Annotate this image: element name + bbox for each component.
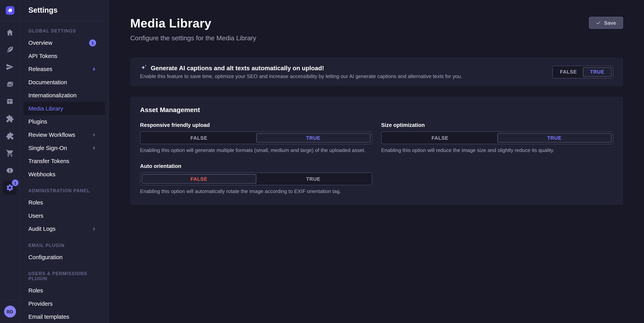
app-window: 1 RD Settings GLOBAL SETTINGS Overview 1… bbox=[0, 0, 644, 323]
sidebar-item-documentation[interactable]: Documentation bbox=[23, 76, 105, 89]
section-heading: ADMINISTRATION PANEL bbox=[23, 185, 105, 196]
paper-plane-icon bbox=[6, 63, 14, 71]
sidebar-item-label: Media Library bbox=[28, 105, 63, 112]
info-icon bbox=[6, 166, 14, 174]
banner-title: Generate AI captions and alt texts autom… bbox=[151, 64, 324, 72]
sidebar-item-providers[interactable]: Providers bbox=[23, 297, 105, 310]
purchase-nav-button[interactable] bbox=[1, 144, 18, 162]
sidebar-item-admin-roles[interactable]: Roles bbox=[23, 196, 105, 209]
field-label: Size optimization bbox=[381, 122, 613, 128]
sidebar-item-review-workflows[interactable]: Review Workflows bbox=[23, 128, 105, 142]
icon-sidebar: 1 RD bbox=[0, 0, 20, 323]
sidebar-item-label: Plugins bbox=[28, 118, 47, 125]
field-label: Responsive friendly upload bbox=[140, 122, 372, 128]
sidebar-item-admin-users[interactable]: Users bbox=[23, 209, 105, 222]
sidebar-item-label: Documentation bbox=[28, 79, 67, 86]
auto-orientation-toggle-true[interactable]: TRUE bbox=[256, 174, 370, 184]
sidebar-item-label: Roles bbox=[28, 287, 43, 294]
content-manager-nav-button[interactable] bbox=[1, 41, 18, 58]
auto-orientation-toggle-false[interactable]: FALSE bbox=[142, 174, 256, 184]
size-optimization-toggle-true[interactable]: TRUE bbox=[497, 133, 612, 143]
sparkle-icon bbox=[140, 64, 147, 72]
responsive-upload-toggle: FALSE TRUE bbox=[140, 132, 372, 144]
info-nav-button[interactable] bbox=[1, 162, 18, 179]
sidebar-item-releases[interactable]: Releases bbox=[23, 62, 105, 76]
section-users-permissions-plugin: USERS & PERMISSIONS PLUGIN Roles Provide… bbox=[23, 268, 105, 323]
banner-title-row: Generate AI captions and alt texts autom… bbox=[140, 64, 462, 72]
settings-nav: GLOBAL SETTINGS Overview 1 API Tokens Re… bbox=[20, 21, 108, 323]
auto-orientation-toggle: FALSE TRUE bbox=[140, 172, 372, 185]
sidebar-item-label: Overview bbox=[28, 40, 52, 46]
notification-badge: 1 bbox=[89, 39, 96, 46]
media-images-icon bbox=[6, 80, 14, 88]
page-subtitle: Configure the settings for the Media Lib… bbox=[130, 34, 256, 42]
asset-management-card: Asset Management Responsive friendly upl… bbox=[130, 96, 623, 205]
home-icon bbox=[6, 28, 14, 36]
home-nav-button[interactable] bbox=[1, 24, 18, 41]
page-header: Media Library Configure the settings for… bbox=[130, 16, 623, 42]
lightning-icon bbox=[92, 145, 97, 150]
releases-nav-button[interactable] bbox=[1, 58, 18, 76]
sidebar-item-label: Users bbox=[28, 212, 44, 219]
content-type-builder-nav-button[interactable] bbox=[1, 93, 18, 110]
section-heading: USERS & PERMISSIONS PLUGIN bbox=[23, 268, 105, 284]
responsive-upload-toggle-false[interactable]: FALSE bbox=[142, 133, 256, 143]
icon-rail-nav: 1 bbox=[0, 22, 20, 196]
sidebar-item-transfer-tokens[interactable]: Transfer Tokens bbox=[23, 154, 105, 168]
sidebar-title: Settings bbox=[20, 0, 108, 21]
user-avatar[interactable]: RD bbox=[4, 306, 16, 318]
marketplace-nav-button[interactable] bbox=[1, 127, 18, 144]
sidebar-item-label: Single Sign-On bbox=[28, 144, 67, 151]
check-icon bbox=[596, 20, 601, 25]
sidebar-item-label: Review Workflows bbox=[28, 132, 75, 138]
size-optimization-toggle: FALSE TRUE bbox=[381, 132, 613, 144]
lightning-icon bbox=[92, 132, 97, 137]
sidebar-item-internationalization[interactable]: Internationalization bbox=[23, 89, 105, 102]
section-email-plugin: EMAIL PLUGIN Configuration bbox=[23, 240, 105, 264]
save-button[interactable]: Save bbox=[589, 17, 623, 29]
page-header-text: Media Library Configure the settings for… bbox=[130, 16, 256, 42]
field-label: Auto orientation bbox=[140, 163, 372, 169]
settings-nav-button[interactable]: 1 bbox=[1, 179, 18, 196]
logo-cell bbox=[0, 0, 20, 22]
sidebar-item-webhooks[interactable]: Webhooks bbox=[23, 168, 105, 181]
media-library-nav-button[interactable] bbox=[1, 76, 18, 93]
sidebar-item-email-templates[interactable]: Email templates bbox=[23, 310, 105, 323]
ai-caption-toggle-false[interactable]: FALSE bbox=[554, 67, 583, 77]
sidebar-item-label: Email templates bbox=[28, 314, 69, 320]
lightning-icon bbox=[92, 226, 97, 231]
sidebar-item-plugins[interactable]: Plugins bbox=[23, 115, 105, 128]
sidebar-item-label: Releases bbox=[28, 66, 52, 72]
sidebar-item-overview[interactable]: Overview 1 bbox=[23, 36, 105, 50]
sidebar-item-label: API Tokens bbox=[28, 52, 58, 59]
sidebar-item-label: Roles bbox=[28, 199, 43, 206]
sidebar-item-label: Providers bbox=[28, 300, 53, 307]
field-hint: Enabling this option will reduce the ima… bbox=[381, 148, 613, 153]
field-hint: Enabling this option will generate multi… bbox=[140, 148, 372, 153]
ai-caption-banner: Generate AI captions and alt texts autom… bbox=[130, 58, 623, 86]
sidebar-item-label: Internationalization bbox=[28, 92, 77, 99]
plugins-nav-button[interactable] bbox=[1, 110, 18, 128]
banner-description: Enable this feature to save time, optimi… bbox=[140, 74, 462, 80]
field-auto-orientation: Auto orientation FALSE TRUE Enabling thi… bbox=[140, 163, 372, 194]
cart-icon bbox=[6, 149, 14, 157]
ai-caption-toggle: FALSE TRUE bbox=[552, 66, 613, 78]
asset-management-fields: Responsive friendly upload FALSE TRUE En… bbox=[140, 122, 613, 194]
sidebar-item-media-library[interactable]: Media Library bbox=[23, 102, 105, 115]
asset-management-title: Asset Management bbox=[140, 106, 613, 114]
strapi-logo-icon[interactable] bbox=[6, 6, 14, 15]
section-global-settings: GLOBAL SETTINGS Overview 1 API Tokens Re… bbox=[23, 25, 105, 181]
sidebar-item-up-roles[interactable]: Roles bbox=[23, 284, 105, 297]
page-title: Media Library bbox=[130, 16, 256, 30]
responsive-upload-toggle-true[interactable]: TRUE bbox=[256, 133, 370, 143]
section-administration-panel: ADMINISTRATION PANEL Roles Users Audit L… bbox=[23, 185, 105, 236]
settings-notification-badge: 1 bbox=[12, 180, 18, 186]
ai-caption-toggle-true[interactable]: TRUE bbox=[583, 67, 612, 77]
sidebar-item-label: Configuration bbox=[28, 254, 63, 260]
sidebar-item-audit-logs[interactable]: Audit Logs bbox=[23, 222, 105, 236]
puzzle-icon bbox=[6, 114, 14, 123]
sidebar-item-single-sign-on[interactable]: Single Sign-On bbox=[23, 141, 105, 154]
size-optimization-toggle-false[interactable]: FALSE bbox=[383, 133, 497, 143]
sidebar-item-api-tokens[interactable]: API Tokens bbox=[23, 49, 105, 62]
sidebar-item-email-configuration[interactable]: Configuration bbox=[23, 250, 105, 264]
